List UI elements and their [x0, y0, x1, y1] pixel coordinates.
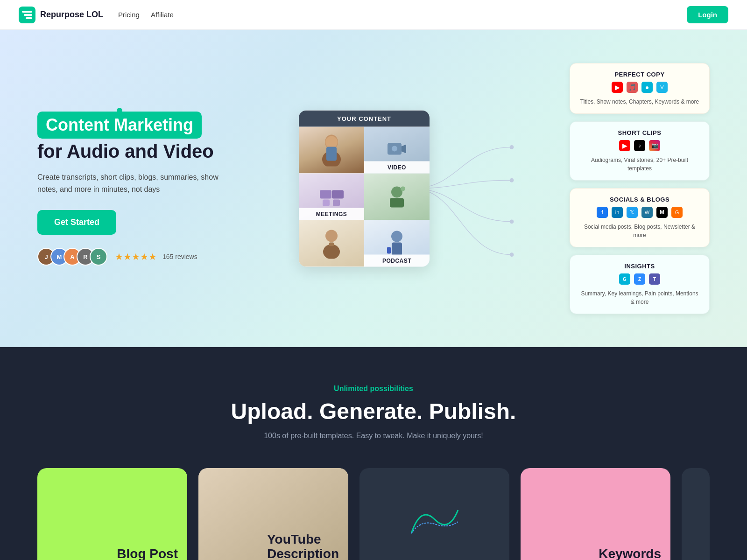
photo-woman	[299, 127, 364, 174]
zoom-icon: Z	[634, 273, 645, 285]
nav-affiliate[interactable]: Affiliate	[151, 11, 174, 19]
avatar: S	[90, 248, 107, 266]
content-card-inner: YOUR CONTENT	[299, 111, 430, 267]
instagram-icon: 📷	[649, 140, 660, 151]
section-subtitle: Unlimited possibilities	[37, 385, 710, 393]
svg-point-10	[325, 136, 338, 148]
reviews-row: J M A R S ★★★★★ 165 reviews	[37, 248, 280, 266]
svg-point-25	[391, 231, 402, 242]
insights-card: INSIGHTS G Z T Summary, Key learnings, P…	[570, 255, 710, 314]
svg-rect-1	[24, 14, 32, 16]
diagram-wrapper: YOUR CONTENT	[280, 77, 570, 301]
card-cell-photo3	[299, 220, 364, 267]
svg-rect-18	[333, 199, 340, 206]
tiktok-icon: ♪	[634, 140, 645, 151]
socials-title: SOCIALS & BLOGS	[579, 196, 700, 203]
svg-rect-26	[392, 243, 402, 256]
svg-point-23	[323, 244, 340, 259]
hero-description: Create transcripts, short clips, blogs, …	[37, 171, 233, 195]
perfect-copy-desc: Titles, Show notes, Chapters, Keywords &…	[579, 98, 700, 106]
card-cell-podcast: PODCAST	[364, 220, 430, 267]
card-cell-video: VIDEO	[364, 127, 430, 174]
youtube-icon2: ▶	[619, 140, 630, 151]
wordpress-icon: W	[641, 207, 653, 218]
svg-rect-2	[26, 17, 32, 19]
svg-rect-16	[332, 190, 344, 198]
gong-icon: G	[619, 273, 630, 285]
insights-desc: Summary, Key learnings, Pain points, Men…	[579, 289, 700, 306]
content-card: YOUR CONTENT	[299, 111, 430, 267]
short-clips-card: SHORT CLIPS ▶ ♪ 📷 Audiograms, Viral stor…	[570, 121, 710, 181]
navbar: Repurpose LOL Pricing Affiliate Login	[0, 0, 747, 30]
svg-point-4	[510, 178, 514, 182]
feature-cards: PERFECT COPY ▶ 🎵 ● V Titles, Show notes,…	[570, 63, 710, 314]
podcast-label: PODCAST	[364, 255, 430, 267]
svg-rect-15	[320, 190, 331, 198]
svg-point-6	[510, 252, 514, 257]
svg-marker-13	[402, 145, 406, 154]
card-cell-photo2	[364, 174, 430, 220]
star-rating: ★★★★★	[115, 251, 157, 262]
ghost-icon: G	[671, 207, 683, 218]
twitter-icon: ●	[641, 82, 653, 93]
svg-point-5	[510, 219, 514, 224]
nav-pricing[interactable]: Pricing	[118, 11, 140, 19]
card-cell-photo1	[299, 127, 364, 174]
svg-rect-11	[326, 147, 337, 161]
short-clips-icons: ▶ ♪ 📷	[579, 140, 700, 151]
perfect-copy-card: PERFECT COPY ▶ 🎵 ● V Titles, Show notes,…	[570, 63, 710, 114]
short-clips-title: SHORT CLIPS	[579, 129, 700, 136]
svg-rect-0	[22, 11, 32, 13]
login-button[interactable]: Login	[687, 6, 728, 23]
hero-section: Content Marketing for Audio and Video Cr…	[0, 30, 747, 347]
svg-rect-20	[390, 198, 404, 208]
chart-card[interactable]	[359, 468, 509, 560]
teams-icon: T	[649, 273, 660, 285]
perfect-copy-icons: ▶ 🎵 ● V	[579, 82, 700, 93]
bottom-cards-row: Blog Post YouTubeDescription Keywords	[37, 468, 710, 560]
medium-icon: M	[656, 207, 668, 218]
youtube-icon: ▶	[612, 82, 623, 93]
logo-icon	[19, 7, 35, 23]
facebook-icon: 🎵	[627, 82, 638, 93]
dot-decoration	[117, 108, 122, 113]
nav-links: Pricing Affiliate	[118, 11, 174, 19]
card-grid: VIDEO MEETINGS	[299, 127, 430, 267]
hero-headline: for Audio and Video	[37, 140, 280, 162]
logo-text: Repurpose LOL	[40, 10, 103, 20]
video-label: VIDEO	[364, 161, 430, 174]
linkedin-icon: in	[612, 207, 623, 218]
socials-desc: Social media posts, Blog posts, Newslett…	[579, 223, 700, 239]
svg-point-14	[392, 146, 397, 152]
section-dark: Unlimited possibilities Upload. Generate…	[0, 347, 747, 560]
reviews-count: 165 reviews	[162, 253, 197, 260]
socials-icons: f in 𝕏 W M G	[579, 207, 700, 218]
card-cell-meetings: MEETINGS	[299, 174, 364, 220]
section-desc: 100s of pre-built templates. Easy to twe…	[37, 432, 710, 440]
blog-post-label: Blog Post	[117, 546, 178, 560]
blog-post-card[interactable]: Blog Post	[37, 468, 187, 560]
logo[interactable]: Repurpose LOL	[19, 7, 103, 23]
perfect-copy-title: PERFECT COPY	[579, 71, 700, 78]
extra-card[interactable]	[682, 468, 710, 560]
svg-rect-17	[323, 199, 330, 206]
section-title: Upload. Generate. Publish.	[37, 399, 710, 424]
insights-icons: G Z T	[579, 273, 700, 285]
card-header: YOUR CONTENT	[299, 111, 430, 127]
avatar-group: J M A R S	[37, 248, 103, 266]
svg-point-21	[401, 187, 405, 191]
facebook-icon2: f	[597, 207, 608, 218]
insights-title: INSIGHTS	[579, 263, 700, 270]
hero-left: Content Marketing for Audio and Video Cr…	[37, 112, 280, 266]
svg-point-3	[510, 145, 514, 149]
youtube-desc-card[interactable]: YouTubeDescription	[198, 468, 348, 560]
headline-wrapper: Content Marketing	[37, 112, 202, 140]
vimeo-icon: V	[656, 82, 668, 93]
svg-rect-24	[329, 242, 334, 246]
twitter-icon2: 𝕏	[627, 207, 638, 218]
socials-blogs-card: SOCIALS & BLOGS f in 𝕏 W M G Social medi…	[570, 188, 710, 247]
get-started-button[interactable]: Get Started	[37, 210, 116, 235]
keywords-card[interactable]: Keywords	[521, 468, 670, 560]
headline-badge: Content Marketing	[37, 112, 202, 139]
navbar-left: Repurpose LOL Pricing Affiliate	[19, 7, 174, 23]
